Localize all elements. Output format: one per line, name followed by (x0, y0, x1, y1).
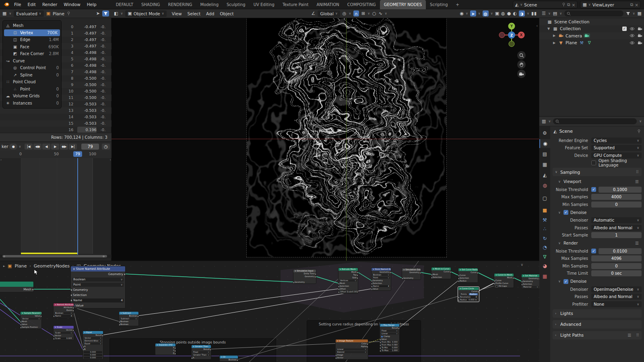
new-collection-icon[interactable]: ▦ (638, 11, 642, 16)
node-header[interactable]: ∨ Curve Circle (458, 287, 479, 290)
prop-dropdown[interactable]: GPU Compute∨ (591, 152, 642, 158)
node-set-material[interactable]: ∨ Set MaterialGeometryGeometrySelectionM… (521, 274, 539, 289)
node-dropdown[interactable]: Float∨ (381, 330, 398, 332)
tab-scripting[interactable]: Scripting (426, 0, 452, 9)
domain-face-corner[interactable]: ◩Face Corner2.8M (3, 50, 61, 58)
falloff-icon[interactable]: ∿ (379, 11, 382, 16)
table-row[interactable]: 14-0.503-0. (0, 114, 111, 120)
blender-logo-icon[interactable] (3, 2, 9, 7)
input-socket[interactable] (293, 282, 295, 284)
menu-edit[interactable]: Edit (25, 2, 39, 7)
properties-tab-object-data[interactable]: ∇ (539, 253, 550, 261)
node-header[interactable]: ∨ Store Named Attribute (372, 268, 391, 271)
expander-icon[interactable]: ▼ (547, 27, 551, 31)
input-socket[interactable] (54, 315, 55, 317)
input-socket[interactable] (431, 277, 433, 279)
domain-point-cloud[interactable]: ∷Point Cloud (3, 78, 61, 86)
node-header[interactable]: ∨ Curve to Mesh (494, 274, 514, 276)
zoom-button[interactable] (517, 51, 526, 60)
node-dropdown[interactable]: Subtract∨ (120, 318, 138, 320)
node-header[interactable]: ∨ Greater Than (192, 345, 211, 348)
properties-tab-object[interactable]: ■ (539, 206, 550, 215)
pause-button[interactable]: ▮▮ (531, 11, 537, 16)
section-lights[interactable]: ›Lights (553, 309, 642, 318)
node-field[interactable]: From Max0.080 (381, 344, 398, 346)
node-header[interactable]: ∨ Vertices (0, 282, 33, 287)
node-dropdown[interactable]: Boolean∨ (72, 278, 124, 282)
node-simulation-output[interactable]: ∨ Simulation OutputGeometryGeometry (402, 268, 421, 280)
prop-dropdown[interactable]: Cycles∨ (591, 138, 642, 144)
prop-number-field[interactable]: 0 (591, 202, 642, 208)
node-named-attribute[interactable]: ∨ Named AttributeAttributeExistsBoolean∨… (53, 303, 74, 318)
node-header[interactable]: ∨ Extrude Mesh (339, 268, 358, 271)
prop-dropdown[interactable]: Albedo and Normal∨ (591, 225, 642, 231)
input-socket[interactable] (458, 299, 460, 301)
tab-rendering[interactable]: RENDERING (164, 0, 196, 9)
timeline-scrollbar[interactable] (0, 255, 111, 258)
node-field[interactable]: Name4 (54, 315, 73, 317)
pivot-icon[interactable]: ◎ (343, 11, 347, 16)
render-camera-icon[interactable] (638, 27, 642, 31)
timeline-ruler[interactable]: 0 50 100 79 (0, 151, 111, 158)
denoise-checkbox[interactable]: ✓ (564, 279, 568, 284)
tab-texture-paint[interactable]: Texture Paint (279, 0, 313, 9)
tab-geometry-nodes[interactable]: GEOMETRY NODES (380, 0, 426, 9)
node-dropdown[interactable]: Material∨ (522, 286, 539, 288)
section-advanced[interactable]: ›Advanced (553, 320, 642, 329)
domain-face[interactable]: ▣Face690K (3, 43, 61, 51)
node-dropdown[interactable]: Equal∨ (84, 343, 102, 345)
node-dropdown[interactable]: Linear∨ (381, 333, 398, 335)
node-dropdown[interactable]: Greater Than∨ (192, 354, 210, 356)
prop-dropdown[interactable]: Albedo and Normal∨ (591, 294, 642, 300)
domain-instances[interactable]: ✳Instances0 (3, 100, 61, 107)
node-dropdown[interactable]: Point∨ (372, 277, 390, 279)
input-socket[interactable] (21, 327, 22, 329)
node-store-named-attribute[interactable]: ∨ Store Named AttributeGeometryBoolean∨P… (371, 267, 391, 291)
current-frame-field[interactable]: 79 (81, 144, 99, 150)
domain-point[interactable]: ∴Point0 (3, 86, 61, 93)
prop-number-field[interactable]: 0.1000 (599, 187, 642, 193)
proportional-editing-icon[interactable]: ○ (372, 11, 376, 16)
node-dropdown[interactable]: Float∨ (192, 351, 210, 354)
domain-edge[interactable]: ◫Edge1.4M (3, 36, 61, 43)
pin-icon[interactable] (637, 129, 641, 134)
subsection-viewport[interactable]: ∨Viewport☰ (553, 178, 642, 185)
node-header[interactable]: ∨ Sample Nearest Surface (21, 312, 41, 315)
tab-modeling[interactable]: Modeling (196, 0, 223, 9)
outliner-item-camera[interactable]: ▶Camera (539, 32, 644, 39)
node-subtract[interactable]: ∨ SubtractBooleanSubtract∨BooleanBoolean (119, 311, 139, 326)
prop-dropdown[interactable]: None∨ (591, 301, 642, 307)
input-socket[interactable] (71, 289, 72, 291)
auto-keyframe-icon[interactable]: ◷ (102, 144, 110, 150)
properties-tab-output[interactable]: ▤ (539, 150, 550, 158)
section-light-paths[interactable]: ›Light Paths☰⠿ (553, 331, 642, 339)
new-scene-icon[interactable]: ⧉ (567, 2, 570, 7)
domain-vertex[interactable]: ⊡Vertex700K (4, 29, 60, 37)
properties-tab-world[interactable]: ◍ (539, 181, 550, 190)
shading-wireframe-icon[interactable]: ◍ (501, 11, 505, 16)
snap-settings-icon[interactable]: ⊞ (361, 11, 365, 16)
viewport-menu-object[interactable]: Object (217, 11, 236, 16)
node-greater-than[interactable]: ∨ Greater ThanResultFloat∨Greater Than∨A (191, 345, 211, 360)
prop-number-field[interactable]: 0 sec (591, 270, 642, 276)
node-field[interactable]: Resolution8 (459, 296, 478, 298)
input-socket[interactable] (339, 291, 340, 293)
properties-tab-scene[interactable]: ◭ (539, 171, 550, 179)
close-icon[interactable]: × (572, 2, 576, 7)
node-image-texture[interactable]: ∨ Image TextureColorAlphaLinear∨Extend∨I… (335, 339, 368, 360)
input-socket[interactable] (402, 278, 403, 280)
domain-mesh[interactable]: ◬Mesh (3, 22, 61, 29)
sidebar-collapse-icon[interactable]: ‹ (536, 24, 538, 28)
viewport-editor-icon[interactable]: ◧ (114, 11, 118, 16)
properties-tab-render[interactable]: ◉ (539, 139, 550, 148)
node-vertices[interactable]: ∨ VerticesMesh (0, 281, 34, 292)
list-icon[interactable]: ☰ (635, 179, 639, 184)
prop-number-field[interactable]: 0.0100 (599, 248, 642, 254)
node-dropdown[interactable]: Scale∨ (54, 332, 73, 334)
shading-solid-icon[interactable]: ● (507, 11, 511, 16)
prop-dropdown[interactable]: OpenImageDenoise∨ (591, 286, 642, 292)
node-header[interactable]: ∨ Set Curve Radius (458, 268, 478, 271)
node-header[interactable]: ∨ Subtract (119, 312, 138, 315)
node-header[interactable]: ∨ Image Texture (336, 339, 368, 342)
menu-help[interactable]: Help (84, 2, 100, 7)
